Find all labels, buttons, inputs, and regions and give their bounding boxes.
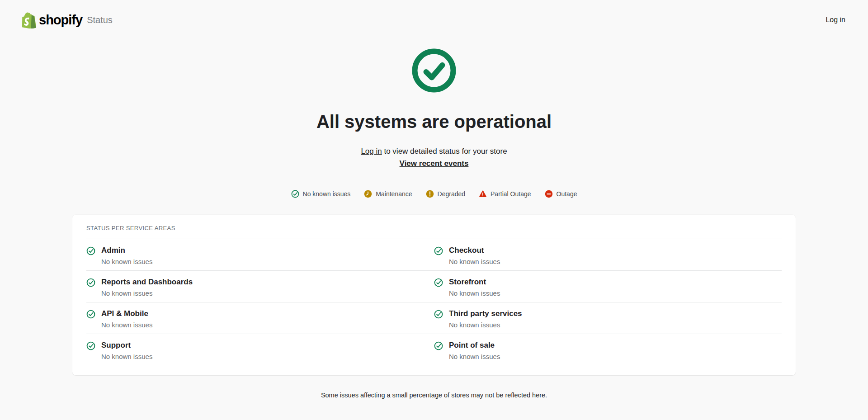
service-status: No known issues [449, 289, 500, 297]
legend-label: Maintenance [376, 190, 412, 198]
warning-triangle-icon [479, 190, 487, 198]
service-row-reports-and-dashboards: Reports and DashboardsNo known issues [86, 271, 434, 302]
service-row-api-mobile: API & MobileNo known issues [86, 302, 434, 334]
service-status: No known issues [101, 321, 152, 329]
service-status: No known issues [449, 257, 500, 266]
service-row-third-party-services: Third party servicesNo known issues [434, 302, 782, 334]
check-circle-icon [86, 246, 95, 255]
status-legend: No known issues Maintenance [0, 190, 868, 198]
legend-label: Outage [557, 190, 577, 198]
shopify-bag-icon [22, 12, 36, 28]
service-row-checkout: CheckoutNo known issues [434, 239, 782, 271]
legend-label: Degraded [438, 190, 466, 198]
legend-item-maintenance: Maintenance [364, 190, 412, 198]
service-name: Third party services [449, 309, 522, 318]
service-status: No known issues [449, 352, 500, 361]
operational-check-icon [0, 48, 868, 93]
check-circle-icon [434, 310, 443, 319]
footer-note: Some issues affecting a small percentage… [0, 392, 868, 417]
exclamation-circle-icon [426, 190, 434, 198]
services-card-title: STATUS PER SERVICE AREAS [86, 225, 782, 231]
service-name: Admin [101, 245, 152, 255]
view-recent-events-link[interactable]: View recent events [400, 159, 469, 168]
legend-item-degraded: Degraded [426, 190, 466, 198]
legend-label: No known issues [303, 190, 351, 198]
check-circle-icon [86, 341, 95, 350]
services-grid: AdminNo known issues CheckoutNo known is… [86, 239, 782, 368]
shopify-logo[interactable]: shopify Status [22, 12, 113, 28]
service-name: API & Mobile [101, 309, 152, 318]
service-name: Reports and Dashboards [101, 277, 193, 287]
service-row-point-of-sale: Point of saleNo known issues [434, 334, 782, 368]
check-circle-icon [86, 278, 95, 287]
service-row-support: SupportNo known issues [86, 334, 434, 368]
check-circle-icon [434, 246, 443, 255]
service-status: No known issues [101, 289, 193, 297]
service-status: No known issues [449, 321, 522, 329]
legend-label: Partial Outage [491, 190, 531, 198]
check-circle-icon [434, 341, 443, 350]
hero-login-link[interactable]: Log in [361, 147, 382, 156]
login-prompt: Log in to view detailed status for your … [0, 146, 868, 157]
legend-item-partial-outage: Partial Outage [479, 190, 531, 198]
status-page: shopify Status Log in All systems are op… [0, 0, 868, 420]
check-circle-icon [291, 190, 299, 198]
check-circle-icon [434, 278, 443, 287]
legend-item-no-known-issues: No known issues [291, 190, 351, 198]
brand-product-label: Status [87, 15, 113, 24]
clock-icon [364, 190, 372, 198]
page-title: All systems are operational [0, 111, 868, 132]
service-name: Checkout [449, 245, 500, 255]
services-card: STATUS PER SERVICE AREAS AdminNo known i… [72, 215, 796, 375]
header: shopify Status Log in [0, 0, 868, 29]
service-status: No known issues [101, 352, 152, 361]
recent-events-row: View recent events [0, 159, 868, 168]
header-login-link[interactable]: Log in [826, 16, 845, 24]
service-name: Storefront [449, 277, 500, 287]
service-status: No known issues [101, 257, 152, 266]
service-name: Support [101, 340, 152, 350]
login-prompt-text: to view detailed status for your store [382, 147, 507, 156]
check-circle-icon [86, 310, 95, 319]
minus-circle-icon [545, 190, 553, 198]
legend-item-outage: Outage [545, 190, 577, 198]
service-name: Point of sale [449, 340, 500, 350]
brand-wordmark: shopify [39, 14, 82, 27]
service-row-storefront: StorefrontNo known issues [434, 271, 782, 302]
hero-section: All systems are operational Log in to vi… [0, 48, 868, 198]
service-row-admin: AdminNo known issues [86, 239, 434, 271]
